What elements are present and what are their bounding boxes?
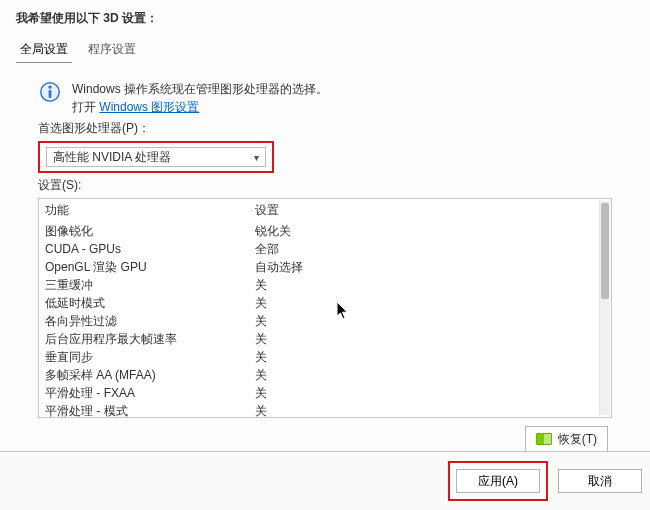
settings-grid-scrollbar[interactable] <box>599 201 610 415</box>
apply-button[interactable]: 应用(A) <box>456 469 540 493</box>
settings-row-value: 关 <box>255 294 593 312</box>
settings-row-value: 关 <box>255 348 593 366</box>
settings-row-value: 关 <box>255 330 593 348</box>
nvidia-3d-settings-panel: 我希望使用以下 3D 设置： 全局设置 程序设置 Windows 操作系统现在管… <box>0 0 650 510</box>
column-header-setting: 设置 <box>255 201 593 219</box>
settings-row-feature: 垂直同步 <box>45 348 255 366</box>
settings-row[interactable]: 三重缓冲关 <box>39 276 599 294</box>
restore-button[interactable]: 恢复(T) <box>525 426 608 452</box>
settings-row-value: 锐化关 <box>255 222 593 240</box>
settings-grid-header: 功能 设置 <box>39 199 599 222</box>
svg-rect-3 <box>49 90 52 98</box>
settings-row-feature: 图像锐化 <box>45 222 255 240</box>
settings-row-feature: 三重缓冲 <box>45 276 255 294</box>
settings-row-value: 关 <box>255 402 593 417</box>
settings-grid-viewport[interactable]: 功能 设置 图像锐化锐化关CUDA - GPUs全部OpenGL 渲染 GPU自… <box>39 199 599 417</box>
settings-row[interactable]: 低延时模式关 <box>39 294 599 312</box>
settings-row[interactable]: 后台应用程序最大帧速率关 <box>39 330 599 348</box>
page-title: 我希望使用以下 3D 设置： <box>0 0 650 33</box>
tab-program-settings[interactable]: 程序设置 <box>84 37 140 63</box>
settings-row[interactable]: 平滑处理 - FXAA关 <box>39 384 599 402</box>
scrollbar-thumb[interactable] <box>601 203 609 299</box>
settings-row-value: 全部 <box>255 240 593 258</box>
info-line2-prefix: 打开 <box>72 100 99 114</box>
settings-grid-label: 设置(S): <box>38 177 628 194</box>
settings-row-feature: 平滑处理 - 模式 <box>45 402 255 417</box>
preferred-gpu-selected: 高性能 NVIDIA 处理器 <box>53 149 171 166</box>
settings-row-feature: OpenGL 渲染 GPU <box>45 258 255 276</box>
nvidia-logo-icon <box>536 433 552 445</box>
settings-tabs: 全局设置 程序设置 <box>0 37 650 64</box>
settings-row[interactable]: CUDA - GPUs全部 <box>39 240 599 258</box>
settings-row-value: 自动选择 <box>255 258 593 276</box>
svg-point-2 <box>48 86 51 89</box>
settings-grid: 功能 设置 图像锐化锐化关CUDA - GPUs全部OpenGL 渲染 GPU自… <box>38 198 612 418</box>
settings-row[interactable]: 垂直同步关 <box>39 348 599 366</box>
settings-row[interactable]: 图像锐化锐化关 <box>39 222 599 240</box>
settings-row[interactable]: OpenGL 渲染 GPU自动选择 <box>39 258 599 276</box>
settings-row-feature: CUDA - GPUs <box>45 240 255 258</box>
column-header-feature: 功能 <box>45 201 255 219</box>
settings-row-value: 关 <box>255 384 593 402</box>
tab-global-settings[interactable]: 全局设置 <box>16 37 72 63</box>
windows-graphics-settings-link[interactable]: Windows 图形设置 <box>99 100 199 114</box>
restore-button-label: 恢复(T) <box>558 431 597 448</box>
info-line1: Windows 操作系统现在管理图形处理器的选择。 <box>72 82 328 96</box>
settings-row-value: 关 <box>255 312 593 330</box>
preferred-gpu-dropdown[interactable]: 高性能 NVIDIA 处理器 ▾ <box>46 147 266 167</box>
preferred-gpu-label: 首选图形处理器(P)： <box>38 120 628 137</box>
info-text: Windows 操作系统现在管理图形处理器的选择。 打开 Windows 图形设… <box>72 80 328 116</box>
settings-row-feature: 各向异性过滤 <box>45 312 255 330</box>
info-icon <box>38 80 62 104</box>
settings-row-value: 关 <box>255 276 593 294</box>
cancel-button[interactable]: 取消 <box>558 469 642 493</box>
settings-row-feature: 多帧采样 AA (MFAA) <box>45 366 255 384</box>
apply-button-highlight: 应用(A) <box>448 461 548 501</box>
global-settings-panel: Windows 操作系统现在管理图形处理器的选择。 打开 Windows 图形设… <box>0 64 650 452</box>
os-managed-info: Windows 操作系统现在管理图形处理器的选择。 打开 Windows 图形设… <box>38 80 628 116</box>
settings-row[interactable]: 多帧采样 AA (MFAA)关 <box>39 366 599 384</box>
settings-row-feature: 低延时模式 <box>45 294 255 312</box>
settings-row-feature: 平滑处理 - FXAA <box>45 384 255 402</box>
dialog-footer: 应用(A) 取消 <box>0 451 650 510</box>
settings-row[interactable]: 各向异性过滤关 <box>39 312 599 330</box>
chevron-down-icon: ▾ <box>254 152 259 163</box>
preferred-gpu-highlight: 高性能 NVIDIA 处理器 ▾ <box>38 141 274 173</box>
settings-row-value: 关 <box>255 366 593 384</box>
settings-row[interactable]: 平滑处理 - 模式关 <box>39 402 599 417</box>
settings-row-feature: 后台应用程序最大帧速率 <box>45 330 255 348</box>
